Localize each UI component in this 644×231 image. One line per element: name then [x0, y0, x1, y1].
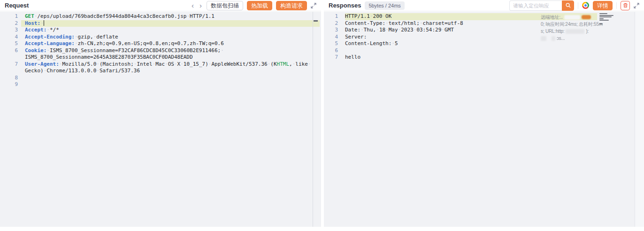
history-next-button[interactable]: › [199, 2, 203, 9]
response-meta-annotation: 远端地址:.. 0; 响应时间:24ms; 总耗时:55m s; URL:htt… [541, 14, 597, 42]
code-line[interactable]: 6 [324, 47, 644, 54]
response-panel: Responses 5bytes / 24ms 详情 [324, 0, 644, 231]
minimap-line [599, 20, 609, 21]
request-toolbar: ‹ › 数据包扫描 热加载 构造请求 [191, 1, 316, 10]
response-editor[interactable]: 1HTTP/1.1·200·OK2Content-Type:·text/html… [324, 12, 644, 227]
code-line[interactable]: 7User-Agent:·Mozilla/5.0·(Macintosh;·Int… [0, 61, 321, 68]
url-label: s; URL:http: [541, 28, 564, 35]
line-number: 3 [0, 27, 18, 34]
response-size-time-badge: 5bytes / 24ms [365, 1, 404, 10]
annotation-line: s; URL:http: ): [541, 28, 597, 35]
minimap-line [599, 13, 607, 14]
minimap-line [599, 23, 603, 24]
text-cursor [44, 20, 45, 26]
response-search-input[interactable] [509, 0, 562, 11]
line-number: 2 [324, 20, 338, 27]
code-line[interactable]: ISMS_8700_Sessionname=2645A38E28703F35BA… [0, 54, 321, 61]
redacted-fragment: ɔs... [557, 35, 565, 42]
code-line[interactable]: 1GET·/eps/upload/769badc8ef5944da804a4ca… [0, 13, 321, 20]
code-line[interactable]: 4Accept-Encoding:·gzip,·deflate [0, 34, 321, 41]
line-number: 5 [0, 40, 18, 47]
http-fuzzer-page: { "request_panel": { "title": "Request",… [0, 0, 644, 231]
code-line[interactable]: 2Host:· [0, 20, 321, 27]
response-title: Responses [329, 2, 361, 9]
request-editor[interactable]: 1GET·/eps/upload/769badc8ef5944da804a4ca… [0, 12, 321, 227]
open-in-browser-icon[interactable] [582, 2, 589, 9]
annotation-line: ɔs... [541, 35, 597, 42]
line-number: 5 [324, 40, 338, 47]
redacted-text [552, 36, 555, 41]
minimap[interactable] [599, 13, 615, 25]
redacted-highlight [582, 15, 591, 19]
annotation-line: 远端地址:.. [541, 14, 597, 21]
code-line[interactable]: 3Accept:·*/* [0, 27, 321, 34]
clear-response-button[interactable] [621, 1, 630, 10]
history-prev-button[interactable]: ‹ [191, 2, 195, 9]
response-search-box [509, 0, 574, 11]
minimap-line [599, 16, 612, 17]
request-panel: Request ‹ › 数据包扫描 热加载 构造请求 1GET·/eps/upl… [0, 0, 321, 231]
overview-ruler[interactable] [313, 12, 321, 227]
remote-address-label: 远端地址:.. [541, 14, 563, 21]
toolbar-divider [578, 2, 578, 9]
code-line[interactable]: 7hello [324, 54, 644, 61]
request-header: Request ‹ › 数据包扫描 热加载 构造请求 [0, 0, 321, 11]
request-title: Request [5, 2, 29, 9]
line-number: 6 [0, 47, 18, 54]
line-number: 1 [0, 13, 18, 20]
cursor-position-marker [314, 20, 318, 22]
detail-button[interactable]: 详情 [593, 1, 613, 10]
redacted-text [566, 29, 584, 34]
annotation-line: 0; 响应时间:24ms; 总耗时:55m [541, 21, 597, 28]
response-header: Responses 5bytes / 24ms 详情 [324, 0, 644, 11]
redacted-text [564, 15, 580, 20]
search-button[interactable] [562, 0, 574, 11]
request-code: 1GET·/eps/upload/769badc8ef5944da804a4ca… [0, 13, 321, 88]
search-icon [566, 3, 571, 8]
line-number: 2 [0, 20, 18, 27]
code-line[interactable]: 6Cookie:·ISMS_8700_Sessionname=F32CAF86C… [0, 47, 321, 54]
code-line[interactable]: 9 [0, 81, 321, 88]
redacted-text [541, 36, 546, 41]
code-line[interactable]: 8 [0, 75, 321, 82]
hot-reload-button[interactable]: 热加载 [247, 1, 272, 10]
line-number: 4 [0, 34, 18, 41]
line-number: 7 [0, 61, 18, 68]
minimap-line [599, 15, 613, 16]
scrollbar-track[interactable] [635, 12, 644, 227]
line-number: 3 [324, 27, 338, 34]
code-line[interactable]: Gecko)·Chrome/113.0.0.0·Safari/537.36 [0, 68, 321, 75]
response-timing-label: 0; 响应时间:24ms; 总耗时:55m [541, 21, 603, 28]
toolbar-divider [616, 2, 617, 9]
trash-icon [623, 3, 628, 8]
code-line[interactable]: 5Accept-Language:·zh-CN,zh;q=0.9,en-US;q… [0, 40, 321, 47]
line-number: 6 [324, 47, 338, 54]
line-number: 7 [324, 54, 338, 61]
line-number: 1 [324, 13, 338, 20]
response-toolbar: 详情 [509, 0, 639, 11]
expand-icon[interactable] [634, 3, 639, 8]
construct-request-button[interactable]: 构造请求 [276, 1, 307, 10]
line-number: 9 [0, 81, 18, 88]
expand-icon[interactable] [311, 3, 316, 8]
minimap-line [599, 18, 604, 19]
line-number: 4 [324, 34, 338, 41]
url-label-suffix: ): [586, 28, 589, 35]
line-number: 8 [0, 75, 18, 82]
packet-scan-button[interactable]: 数据包扫描 [207, 1, 243, 10]
